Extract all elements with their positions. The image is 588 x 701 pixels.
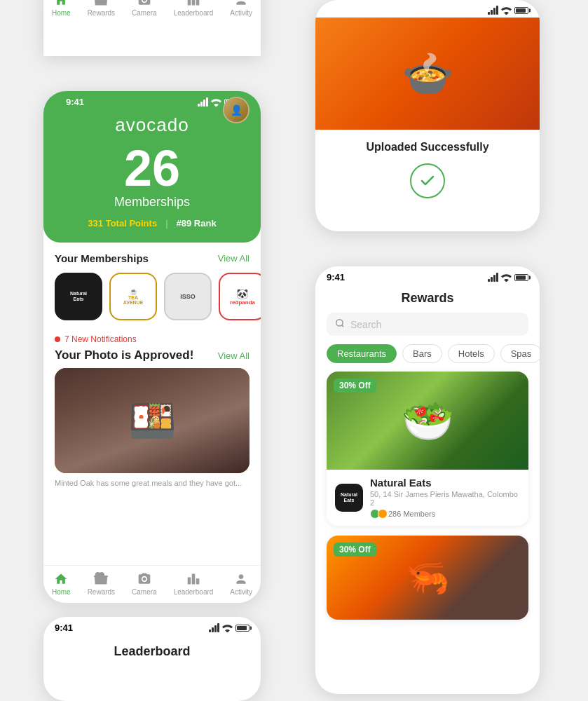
nav-leaderboard[interactable]: Leaderboard xyxy=(174,0,214,17)
nav-leaderboard-2[interactable]: Leaderboard xyxy=(174,571,214,596)
home-icon-2 xyxy=(53,571,69,587)
reward-info-1: NaturalEats Natural Eats 50, 14 Sir Jame… xyxy=(327,470,528,526)
status-bar-5: 9:41 xyxy=(43,617,261,636)
leaderboard-title: Leaderboard xyxy=(43,636,261,659)
members-count-1: 286 Members xyxy=(388,510,435,518)
search-svg-icon xyxy=(335,318,345,328)
rank-label: Rank xyxy=(194,218,217,229)
phone-frame-2: 9:41 avocado 👤 26 Memberships xyxy=(43,91,261,603)
bottom-nav-2: Home Rewards Camera Leaderboard Activity xyxy=(43,565,261,603)
check-circle xyxy=(410,163,445,198)
badge-tea-avenue[interactable]: ☕ TEA AVENUE xyxy=(109,273,157,320)
memberships-title: Your Memberships xyxy=(55,252,149,264)
battery-icon-4 xyxy=(514,274,528,281)
reward-card-prawn[interactable]: 30% Off xyxy=(327,536,528,620)
avocado-header: 9:41 avocado 👤 26 Memberships xyxy=(43,91,261,243)
nav-camera[interactable]: Camera xyxy=(132,0,157,17)
nav-home-label-2: Home xyxy=(52,588,71,596)
stat-separator: | xyxy=(165,218,167,229)
nav-home-label: Home xyxy=(52,9,71,17)
status-icons-4 xyxy=(488,273,528,282)
home-icon xyxy=(53,0,69,8)
phone-frame-1: Home Rewards Camera Leaderboard Activity xyxy=(43,0,261,56)
nav-activity-label: Activity xyxy=(230,9,252,17)
nav-camera-label-2: Camera xyxy=(132,588,157,596)
filter-restaurants[interactable]: Restaurants xyxy=(327,344,397,363)
svg-point-0 xyxy=(336,320,343,326)
wifi-icon-3 xyxy=(501,6,512,15)
filter-hotels[interactable]: Hotels xyxy=(448,344,495,363)
reward-name-1: Natural Eats xyxy=(370,477,520,489)
notification-dot xyxy=(55,336,60,342)
signal-icon xyxy=(198,97,208,107)
memberships-view-all[interactable]: View All xyxy=(218,253,249,264)
notifications-view-all[interactable]: View All xyxy=(218,350,249,361)
rewards-title: Rewards xyxy=(315,285,540,313)
photo-caption: Minted Oak has some great meals and they… xyxy=(43,473,261,490)
status-icons-5 xyxy=(209,623,249,632)
approved-header: Your Photo is Approved! View All xyxy=(43,347,261,368)
nav-home-2[interactable]: Home xyxy=(52,571,71,596)
search-icon xyxy=(335,318,345,330)
battery-icon-3 xyxy=(514,7,528,14)
membership-count: 26 xyxy=(55,143,249,193)
member-avatar-1b xyxy=(378,509,388,519)
badge-red-panda[interactable]: 🐼 redpanda xyxy=(219,273,261,320)
app-title: avocado xyxy=(55,110,249,143)
upload-photo xyxy=(315,18,540,130)
camera-icon-2 xyxy=(137,571,152,587)
upload-success-section: Uploaded Successfully xyxy=(315,130,540,210)
nav-rewards-label-2: Rewards xyxy=(88,588,115,596)
member-avatars-1 xyxy=(370,509,385,519)
filter-tabs: Restaurants Bars Hotels Spas Retail xyxy=(315,344,540,372)
phone-frame-5: 9:41 Leaderboard xyxy=(43,617,261,701)
nav-camera-label: Camera xyxy=(132,9,157,17)
wifi-icon-5 xyxy=(222,624,233,632)
nav-rewards-2[interactable]: Rewards xyxy=(88,571,115,596)
camera-icon xyxy=(137,0,152,8)
status-bar-3 xyxy=(315,0,540,18)
status-bar-2: 9:41 xyxy=(55,91,249,110)
notification-count: 7 New Notifications xyxy=(64,334,137,344)
points-label: Total Points xyxy=(106,218,157,229)
badge-natural-eats[interactable]: NaturalEats xyxy=(55,273,102,320)
activity-icon-2 xyxy=(233,571,249,587)
discount-badge-1: 30% Off xyxy=(334,379,376,393)
nav-home[interactable]: Home xyxy=(52,0,71,17)
leaderboard-icon-2 xyxy=(186,571,201,587)
membership-label: Memberships xyxy=(55,195,249,210)
status-time-5: 9:41 xyxy=(55,622,73,633)
badge-isso[interactable]: ISSO xyxy=(164,273,212,320)
nav-leaderboard-label-2: Leaderboard xyxy=(174,588,214,596)
soup-visual xyxy=(315,18,540,130)
signal-icon-5 xyxy=(209,623,219,632)
nav-activity-label-2: Activity xyxy=(230,588,252,596)
leaderboard-icon xyxy=(186,0,201,8)
membership-stats: 331 Total Points | #89 Rank xyxy=(55,218,249,229)
status-time-2: 9:41 xyxy=(66,97,84,107)
memberships-section-header: Your Memberships View All xyxy=(43,243,261,270)
nav-camera-2[interactable]: Camera xyxy=(132,571,157,596)
signal-icon-3 xyxy=(488,6,498,15)
rewards-icon-2 xyxy=(93,571,109,587)
nav-activity-2[interactable]: Activity xyxy=(230,571,252,596)
reward-card-natural-eats[interactable]: 30% Off NaturalEats Natural Eats 50, 14 … xyxy=(327,372,528,526)
nav-activity[interactable]: Activity xyxy=(230,0,252,17)
signal-icon-4 xyxy=(488,273,498,282)
rank-value: #89 Rank xyxy=(177,218,217,229)
battery-icon-5 xyxy=(235,625,249,632)
nav-leaderboard-label: Leaderboard xyxy=(174,9,214,17)
wifi-icon-4 xyxy=(501,273,512,282)
filter-spas[interactable]: Spas xyxy=(500,344,540,363)
filter-bars[interactable]: Bars xyxy=(402,344,442,363)
search-bar[interactable]: Search xyxy=(327,313,528,336)
status-time-4: 9:41 xyxy=(327,272,345,283)
food-photo-visual xyxy=(55,368,249,473)
reward-logo-natural: NaturalEats xyxy=(335,484,363,512)
phone-frame-3: Uploaded Successfully xyxy=(315,0,540,231)
bottom-nav-1: Home Rewards Camera Leaderboard Activity xyxy=(43,0,261,24)
wifi-icon xyxy=(211,98,221,107)
approved-photo xyxy=(55,368,249,473)
reward-details-1: Natural Eats 50, 14 Sir James Pieris Maw… xyxy=(370,477,520,519)
nav-rewards[interactable]: Rewards xyxy=(88,0,115,17)
